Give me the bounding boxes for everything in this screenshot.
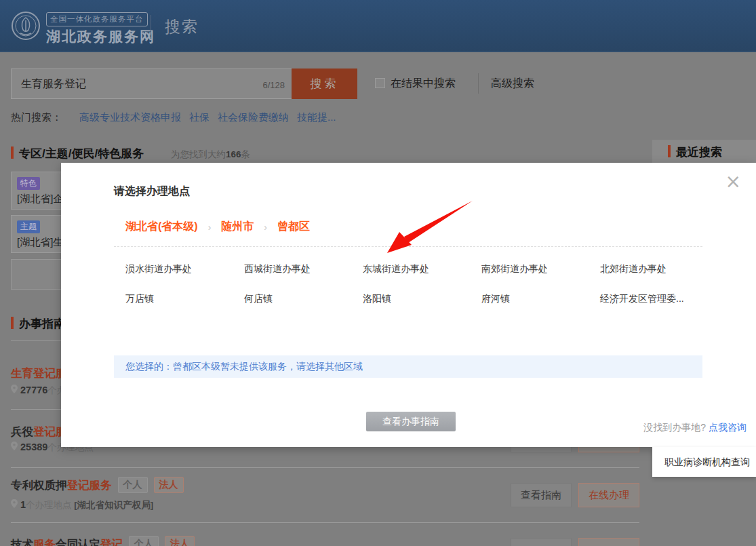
location-count: 25389 (20, 442, 47, 452)
tag-personal: 个人 (129, 536, 159, 546)
platform-label: 全国一体化政务服务平台 (46, 12, 148, 26)
view-guide-button[interactable]: 查看指南 (511, 483, 572, 507)
item-title-highlight: 生育登记服 (11, 367, 67, 379)
chevron-right-icon: › (208, 222, 212, 233)
region-breadcrumb: 湖北省(省本级) › 随州市 › 曾都区 (125, 220, 310, 234)
divider (478, 73, 479, 94)
location-count: 1 (20, 499, 26, 510)
location-item[interactable]: 东城街道办事处 (363, 263, 481, 275)
view-guide-button[interactable] (511, 538, 572, 546)
tag-legal: 法人 (154, 477, 184, 493)
service-item-title[interactable]: 兵役登记服 (11, 425, 67, 440)
service-item-title[interactable]: 专利权质押登记服务个人法人 (11, 477, 184, 493)
location-count: 27776 (20, 385, 47, 395)
hot-link[interactable]: 社会保险费缴纳 (218, 111, 289, 124)
breadcrumb-city[interactable]: 随州市 (221, 220, 254, 234)
location-item[interactable]: 南郊街道办事处 (481, 263, 600, 275)
hot-link[interactable]: 技能提... (297, 111, 336, 124)
service-item-locations: 1个办理地点 [湖北省知识产权局] (11, 499, 153, 511)
location-item[interactable]: 万店镇 (125, 293, 244, 305)
section-title: 专区/主题/便民/特色服务 (19, 146, 144, 161)
hot-search-row: 热门搜索： 高级专业技术资格申报 社保 社会保险费缴纳 技能提... (11, 111, 336, 124)
org-name: [湖北省知识产权局] (74, 500, 153, 510)
result-count: 为您找到大约166条 (171, 149, 250, 161)
section-accent-bar (11, 317, 14, 329)
modal-footer: 没找到办事地? 点我咨询 (643, 422, 747, 434)
pin-icon (11, 442, 18, 450)
service-item-title[interactable]: 生育登记服 (11, 366, 67, 381)
header-divider (151, 15, 151, 39)
tag-legal: 法人 (165, 536, 195, 546)
item-title-text: 兵役 (11, 425, 33, 437)
guide-section-title: 办事指南 (19, 316, 65, 332)
not-found-text: 没找到办事地? (643, 422, 706, 433)
theme-badge: 主题 (17, 220, 40, 233)
view-guide-modal-button[interactable]: 查看办事指南 (366, 412, 456, 431)
chevron-right-icon: › (264, 222, 267, 233)
section-accent-bar (668, 145, 671, 157)
recent-search-panel: 最近搜索 (652, 140, 756, 163)
consult-link[interactable]: 点我咨询 (709, 422, 747, 433)
item-title-text: 专利权质押 (11, 479, 67, 491)
item-title-highlight: 登记 (100, 538, 123, 546)
online-handle-button[interactable] (578, 538, 639, 546)
search-button[interactable]: 搜索 (292, 69, 357, 99)
section-accent-bar (11, 147, 14, 159)
search-in-results-label: 在结果中搜索 (391, 77, 456, 91)
page: 全国一体化政务服务平台 湖北政务服务网 搜索 生育服务登记 6/128 搜索 在… (0, 0, 756, 546)
location-item[interactable]: 涢水街道办事处 (125, 263, 244, 275)
online-handle-button[interactable]: 在线办理 (578, 483, 639, 507)
modal-title: 请选择办理地点 (114, 184, 190, 199)
national-emblem-icon (11, 11, 41, 41)
location-grid: 涢水街道办事处 西城街道办事处 东城街道办事处 南郊街道办事处 北郊街道办事处 … (125, 263, 722, 305)
location-item[interactable]: 北郊街道办事处 (600, 263, 719, 275)
location-picker-modal: × 请选择办理地点 湖北省(省本级) › 随州市 › 曾都区 涢水街道办事处 西… (61, 163, 756, 447)
pin-icon (11, 499, 18, 508)
search-query-text: 生育服务登记 (21, 77, 86, 92)
location-item[interactable]: 府河镇 (481, 293, 600, 305)
location-item[interactable]: 洛阳镇 (363, 293, 481, 305)
breadcrumb-province[interactable]: 湖北省(省本级) (125, 220, 198, 234)
divider (11, 467, 639, 468)
site-name: 湖北政务服务网 (46, 27, 155, 46)
service-item-title[interactable]: 技术服务合同认定登记个人法人 (11, 536, 195, 546)
notice-bar: 您选择的：曾都区本级暂未提供该服务，请选择其他区域 (114, 355, 702, 378)
recent-search-title: 最近搜索 (676, 144, 722, 160)
result-count-number: 166 (226, 149, 241, 159)
item-title-text: 技术 (11, 538, 33, 546)
hot-link[interactable]: 社保 (189, 111, 210, 124)
item-title-highlight: 服务 (33, 538, 56, 546)
search-in-results-checkbox[interactable] (375, 78, 385, 88)
site-header: 全国一体化政务服务平台 湖北政务服务网 搜索 (0, 0, 756, 52)
location-count-suffix: 个办理地点 (26, 500, 72, 510)
search-input[interactable]: 生育服务登记 6/128 (11, 69, 292, 99)
location-item[interactable]: 西城街道办事处 (244, 263, 363, 275)
item-title-highlight: 登记服务 (67, 479, 112, 491)
breadcrumb-district[interactable]: 曾都区 (277, 220, 310, 234)
divider (11, 522, 639, 523)
close-icon[interactable]: × (725, 172, 741, 191)
dashed-divider (114, 246, 702, 247)
tag-personal: 个人 (118, 477, 148, 493)
recent-search-item[interactable]: 职业病诊断机构查询 (652, 447, 756, 477)
result-count-prefix: 为您找到大约 (171, 149, 226, 159)
page-title: 搜索 (165, 16, 199, 37)
location-item[interactable]: 经济开发区管理委... (600, 293, 719, 305)
location-item[interactable]: 何店镇 (244, 293, 363, 305)
hot-link[interactable]: 高级专业技术资格申报 (79, 111, 181, 124)
advanced-search-link[interactable]: 高级搜索 (491, 77, 534, 91)
item-title-text: 合同认定 (56, 538, 100, 546)
char-counter: 6/128 (262, 80, 285, 90)
pin-icon (11, 385, 18, 393)
feature-badge: 特色 (17, 177, 40, 190)
hot-search-label: 热门搜索： (11, 111, 62, 124)
result-count-suffix: 条 (241, 149, 251, 159)
